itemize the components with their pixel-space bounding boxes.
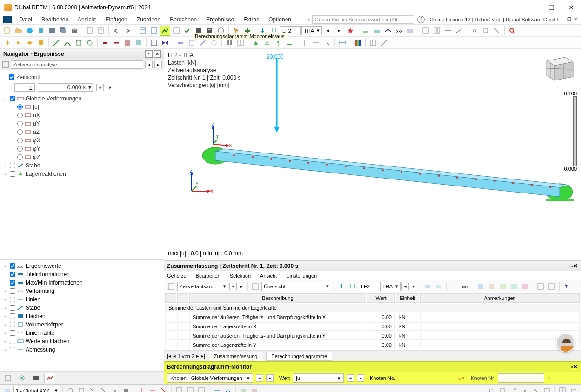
sum-r10-icon[interactable] — [535, 281, 546, 292]
dim-icon[interactable] — [443, 26, 453, 36]
tree-expand-reactions[interactable]: › — [2, 172, 8, 177]
sum-r5-icon[interactable] — [475, 281, 486, 292]
tb2-6-icon[interactable] — [62, 38, 73, 48]
page-first-icon[interactable]: |◂ — [167, 353, 171, 359]
sum-lc-next[interactable]: ▸ — [410, 283, 417, 290]
save-icon[interactable] — [47, 26, 57, 36]
monitor-node-input[interactable] — [498, 373, 544, 383]
st-snap4-icon[interactable] — [520, 385, 530, 392]
nav-tab-display[interactable] — [16, 373, 27, 383]
menu-ansicht[interactable]: Ansicht — [73, 16, 100, 23]
st-13-icon[interactable] — [212, 385, 222, 392]
star-icon[interactable] — [345, 26, 355, 36]
sum-loads-icon[interactable] — [347, 281, 358, 292]
navigator-tree[interactable]: Zeitschritt 0.000 s▾ ◂ ▸ ⌄Globale Verfor… — [0, 70, 164, 259]
st-snap6-icon[interactable] — [542, 385, 552, 392]
sum-tb1-icon[interactable] — [166, 281, 176, 292]
view-icon[interactable] — [171, 26, 181, 36]
members-check[interactable] — [10, 163, 15, 168]
lc-next-icon[interactable]: ▸ — [334, 26, 344, 36]
sum-r7-icon[interactable] — [498, 281, 508, 292]
new-icon[interactable] — [2, 26, 13, 36]
page-prev-icon[interactable]: ◂ — [173, 353, 176, 359]
st-3-icon[interactable] — [87, 385, 98, 392]
mon-c2-prev[interactable]: ◂ — [347, 374, 354, 382]
sum-r11-icon[interactable] — [547, 281, 557, 292]
st-snap2-icon[interactable] — [497, 385, 508, 392]
tb2-7-icon[interactable] — [73, 38, 84, 48]
tb2-4-icon[interactable] — [36, 38, 46, 48]
save-all-icon[interactable] — [58, 26, 68, 36]
tb2-1-icon[interactable] — [2, 38, 13, 48]
st-10-icon[interactable] — [174, 385, 184, 392]
def-phiz-radio[interactable] — [17, 154, 23, 160]
st-snap3-icon[interactable] — [508, 385, 519, 392]
def-phiy-radio[interactable] — [17, 146, 23, 152]
sum-r3-icon[interactable] — [449, 281, 459, 292]
sum-r6-icon[interactable] — [487, 281, 497, 292]
tb2-9-icon[interactable] — [100, 38, 110, 48]
report-icon[interactable] — [85, 26, 95, 36]
tb2-8-icon[interactable] — [85, 38, 95, 48]
tb2-2-icon[interactable] — [13, 38, 24, 48]
reactions-check[interactable] — [10, 171, 15, 177]
nav-filter-icon[interactable] — [2, 61, 9, 68]
sum-r2-icon[interactable] — [434, 281, 444, 292]
tb2-11-icon[interactable] — [122, 38, 133, 48]
tb2-5-icon[interactable] — [51, 38, 61, 48]
tab-zusammenfassung[interactable]: Zusammenfassung — [209, 352, 263, 361]
st-1-icon[interactable] — [65, 385, 75, 392]
tb2-14-icon[interactable] — [160, 38, 170, 48]
def-ux-radio[interactable] — [17, 113, 23, 118]
sum-lc-prev[interactable]: ◂ — [401, 283, 409, 290]
sum-r1-icon[interactable] — [422, 281, 433, 292]
sum-lf-combo[interactable]: LF2 — [359, 282, 379, 291]
sum-r8-icon[interactable] — [509, 281, 519, 292]
mdi-min-icon[interactable]: – — [561, 17, 564, 22]
st-14-icon[interactable] — [223, 385, 233, 392]
cloud-icon[interactable] — [25, 26, 35, 36]
st-15-icon[interactable] — [238, 385, 248, 392]
nav-combo-prev[interactable]: ◂ — [145, 61, 153, 68]
loadcase-type-combo[interactable]: THA▾ — [301, 26, 322, 35]
globaldef-check[interactable] — [10, 96, 15, 101]
tb2-grid-icon[interactable] — [368, 38, 378, 48]
nav-close-icon[interactable]: ✕ — [154, 50, 161, 58]
menu-ergebnisse[interactable]: Ergebnisse — [201, 16, 239, 23]
print-icon[interactable] — [69, 26, 80, 36]
tb2-fea-icon[interactable] — [379, 38, 389, 48]
page-last-icon[interactable]: ▸| — [201, 353, 205, 359]
sum-type-combo[interactable]: THA▾ — [380, 282, 401, 291]
st-gcs-combo[interactable]: 1 - Global XYZ▾ — [13, 386, 60, 392]
assistant-avatar-icon[interactable] — [556, 333, 575, 352]
zoom-icon[interactable] — [507, 26, 517, 36]
tb2-10-icon[interactable] — [111, 38, 121, 48]
nav-tab-results[interactable] — [44, 373, 55, 383]
menu-zuordnen[interactable]: Zuordnen — [132, 16, 165, 23]
sum-close-icon[interactable]: ✕ — [573, 263, 578, 269]
st-grid-icon[interactable] — [557, 385, 568, 392]
model-viewport[interactable]: LF2 - THA Lasten [kN] Zeitverlaufsanalys… — [164, 49, 581, 260]
st-snap5-icon[interactable] — [531, 385, 541, 392]
undo-icon[interactable] — [111, 26, 121, 36]
st-5-icon[interactable] — [110, 385, 120, 392]
table2-icon[interactable] — [149, 26, 159, 36]
tb2-arr1-icon[interactable] — [300, 38, 310, 48]
st-4-icon[interactable] — [99, 385, 109, 392]
sum-r9-icon[interactable] — [520, 281, 530, 292]
sum-r12-icon[interactable] — [562, 281, 572, 292]
tb2-15-icon[interactable] — [175, 38, 186, 48]
tab-berechnungsdiagramme[interactable]: Berechnungsdiagramme — [266, 352, 332, 361]
res4-icon[interactable]: xxx — [394, 26, 404, 36]
sum-c1-prev[interactable]: ◂ — [229, 283, 237, 290]
timestep-num-input[interactable] — [14, 83, 35, 92]
navigator-display-tree[interactable]: ›xxxErgebniswerte Titelinformationen Max… — [0, 259, 164, 371]
dim2-icon[interactable] — [454, 26, 464, 36]
win1-icon[interactable] — [421, 26, 431, 36]
res5-icon[interactable] — [405, 26, 415, 36]
sum-r4-icon[interactable]: xxx — [460, 281, 470, 292]
redo-icon[interactable] — [122, 26, 133, 36]
tb2-col-icon[interactable] — [353, 38, 363, 48]
monitor-combo2[interactable]: |u|▾ — [293, 373, 344, 383]
menu-bearbeiten[interactable]: Bearbeiten — [37, 16, 73, 23]
